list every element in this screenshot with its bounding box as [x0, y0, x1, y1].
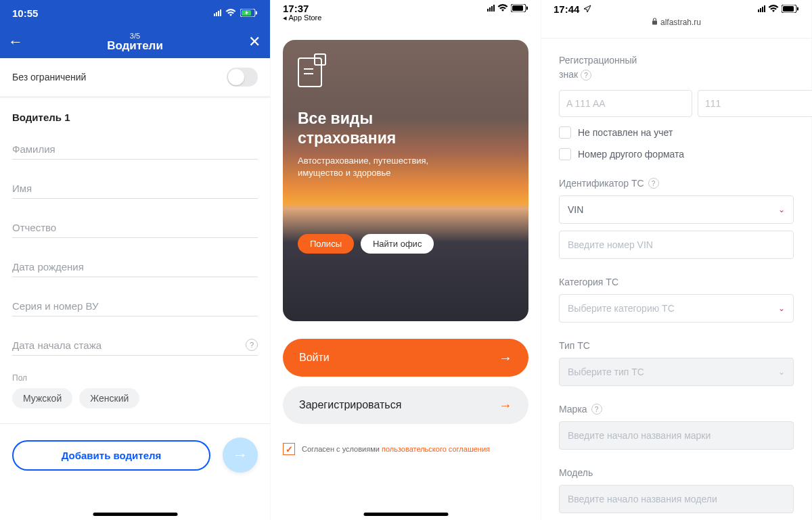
signal-icon — [758, 5, 765, 12]
hero-subtitle: Автострахование, путешествия,имущество и… — [298, 155, 514, 179]
model-label: Модель — [559, 467, 794, 478]
region-input[interactable] — [698, 90, 812, 117]
unlimited-toggle-row: Без ограничений — [0, 58, 270, 98]
battery-icon — [511, 3, 528, 14]
experience-label: Дата начала стажа — [12, 339, 102, 351]
vehicle-id-value: VIN — [568, 204, 583, 215]
screen-webform: 17:44 alfastrah.ru Регистрационный знак … — [541, 0, 812, 520]
help-icon[interactable]: ? — [581, 70, 591, 80]
svg-rect-5 — [526, 6, 528, 9]
svg-rect-4 — [512, 5, 523, 11]
lock-icon — [652, 18, 658, 27]
wifi-icon — [768, 3, 779, 15]
terms-checkbox[interactable]: ✓ — [283, 443, 295, 455]
status-time: 10:55 — [12, 7, 38, 19]
type-select: Выберите тип ТС ⌄ — [559, 358, 794, 386]
unlimited-toggle[interactable] — [227, 68, 258, 87]
help-icon[interactable]: ? — [591, 404, 602, 415]
other-format-label: Номер другого формата — [578, 149, 684, 160]
back-icon[interactable]: ← — [8, 33, 23, 51]
url-text: alfastrah.ru — [660, 18, 701, 27]
home-indicator — [93, 513, 177, 516]
brand-input: Введите начало названия марки — [559, 421, 794, 450]
battery-icon — [782, 3, 799, 15]
chevron-down-icon: ⌄ — [778, 304, 785, 313]
signal-icon — [214, 9, 221, 16]
browser-url[interactable]: alfastrah.ru — [541, 14, 811, 39]
hero-card: Все видыстрахования Автострахование, пут… — [283, 40, 528, 321]
svg-rect-2 — [256, 11, 257, 14]
page-title: Водители — [107, 40, 163, 53]
unlimited-label: Без ограничений — [12, 72, 86, 82]
terms-link[interactable]: пользовательского соглашения — [382, 445, 490, 453]
next-fab[interactable]: → — [223, 438, 258, 473]
terms-text: Согласен с условиями пользовательского с… — [302, 445, 490, 453]
home-indicator — [363, 513, 448, 516]
pill-policies[interactable]: Полисы — [298, 234, 354, 254]
reg-plate-label: Регистрационный знак ? — [559, 53, 794, 82]
login-label: Войти — [299, 352, 330, 364]
battery-icon — [240, 7, 258, 19]
signal-icon — [487, 5, 495, 11]
birthdate-field[interactable]: Дата рождения — [12, 261, 258, 277]
status-bar: 17:37 — [271, 0, 541, 14]
hero-pills: Полисы Найти офис — [298, 234, 434, 254]
vehicle-id-label: Идентификатор ТС? — [559, 178, 794, 189]
hero-title: Все видыстрахования — [298, 109, 514, 148]
experience-field[interactable]: Дата начала стажа ? — [12, 339, 258, 356]
document-plus-icon — [298, 57, 322, 87]
svg-rect-7 — [783, 6, 794, 11]
register-button[interactable]: Зарегистрироваться → — [283, 386, 528, 424]
screen-landing: 17:37 ◂ App Store Все видыстрахования Ав… — [271, 0, 541, 520]
wifi-icon — [497, 3, 508, 14]
add-driver-button[interactable]: Добавить водителя — [12, 440, 210, 471]
type-placeholder: Выберите тип ТС — [568, 367, 644, 377]
screen-drivers: 10:55 ← 3/5 Водители ✕ Без ограничений В… — [0, 0, 271, 520]
chevron-down-icon: ⌄ — [778, 367, 785, 377]
location-icon — [583, 3, 591, 15]
status-time-row: 17:44 — [554, 3, 591, 15]
svg-rect-9 — [652, 21, 657, 25]
pill-find-office[interactable]: Найти офис — [361, 234, 434, 254]
status-icons — [758, 3, 799, 15]
header-bar: ← 3/5 Водители ✕ — [0, 26, 270, 58]
patronymic-field[interactable]: Отчество — [12, 222, 258, 238]
plate-input[interactable] — [559, 90, 692, 117]
gender-label: Пол — [12, 373, 258, 383]
other-format-row[interactable]: Номер другого формата — [559, 148, 794, 160]
close-icon[interactable]: ✕ — [248, 33, 261, 51]
not-registered-checkbox[interactable] — [559, 126, 571, 139]
chevron-down-icon: ⌄ — [778, 205, 785, 214]
gender-female-chip[interactable]: Женский — [79, 388, 139, 408]
gender-chips: Мужской Женский — [12, 388, 258, 408]
not-registered-row[interactable]: Не поставлен на учет — [559, 126, 794, 139]
vehicle-id-select[interactable]: VIN ⌄ — [559, 195, 794, 224]
reg-plate-row — [559, 90, 794, 117]
brand-label: Марка? — [559, 404, 794, 415]
back-to-appstore[interactable]: ◂ App Store — [271, 14, 541, 28]
gender-male-chip[interactable]: Мужской — [12, 388, 72, 408]
status-bar: 10:55 — [0, 0, 270, 26]
status-time: 17:37 — [283, 3, 309, 14]
category-placeholder: Выберите категорию ТС — [568, 303, 675, 314]
status-icons — [487, 3, 528, 14]
category-label: Категория ТС — [559, 277, 794, 287]
terms-row: ✓ Согласен с условиями пользовательского… — [283, 443, 528, 455]
firstname-field[interactable]: Имя — [12, 183, 258, 199]
login-button[interactable]: Войти → — [283, 339, 528, 377]
license-field[interactable]: Серия и номер ВУ — [12, 300, 258, 316]
help-icon[interactable]: ? — [648, 178, 659, 189]
driver-section-title: Водитель 1 — [12, 105, 258, 127]
status-icons — [214, 7, 258, 19]
vin-input[interactable]: Введите номер VIN — [559, 231, 794, 259]
other-format-checkbox[interactable] — [559, 148, 571, 160]
model-input: Введите начало названия модели — [559, 485, 794, 513]
help-icon[interactable]: ? — [246, 339, 258, 351]
svg-rect-8 — [797, 7, 798, 10]
arrow-right-icon: → — [499, 350, 512, 366]
not-registered-label: Не поставлен на учет — [578, 127, 673, 138]
category-select[interactable]: Выберите категорию ТС ⌄ — [559, 294, 794, 323]
type-label: Тип ТС — [559, 340, 794, 351]
lastname-field[interactable]: Фамилия — [12, 143, 258, 160]
status-time: 17:44 — [554, 3, 579, 15]
